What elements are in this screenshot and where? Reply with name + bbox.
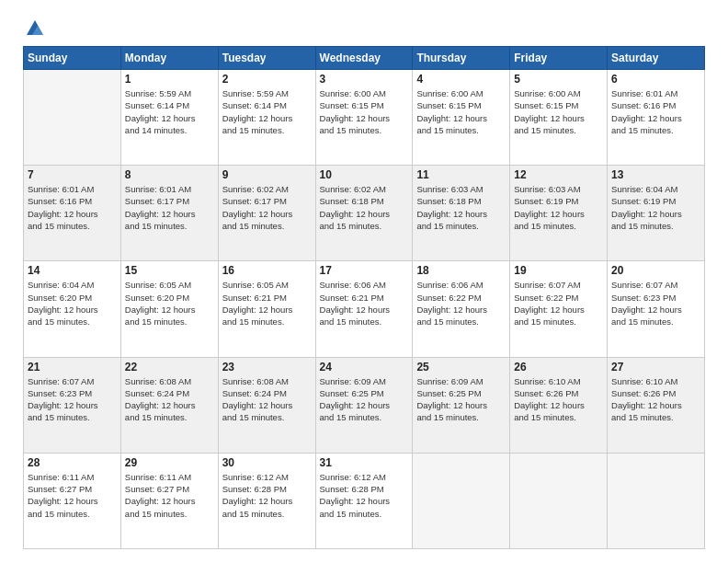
day-info: Sunrise: 6:11 AM Sunset: 6:27 PM Dayligh… xyxy=(125,471,214,520)
day-info: Sunrise: 6:07 AM Sunset: 6:23 PM Dayligh… xyxy=(28,375,117,424)
calendar-week-row: 28Sunrise: 6:11 AM Sunset: 6:27 PM Dayli… xyxy=(24,453,705,548)
day-number: 9 xyxy=(222,168,312,181)
day-number: 18 xyxy=(416,264,506,277)
day-number: 13 xyxy=(611,168,700,181)
day-info: Sunrise: 6:07 AM Sunset: 6:23 PM Dayligh… xyxy=(611,279,700,327)
calendar-cell: 27Sunrise: 6:10 AM Sunset: 6:26 PM Dayli… xyxy=(608,357,705,453)
calendar-cell: 4Sunrise: 6:00 AM Sunset: 6:15 PM Daylig… xyxy=(413,70,510,166)
day-number: 2 xyxy=(222,73,312,86)
calendar-cell: 14Sunrise: 6:04 AM Sunset: 6:20 PM Dayli… xyxy=(24,261,121,357)
calendar-cell: 6Sunrise: 6:01 AM Sunset: 6:16 PM Daylig… xyxy=(608,70,705,166)
day-info: Sunrise: 6:02 AM Sunset: 6:18 PM Dayligh… xyxy=(320,183,409,232)
day-number: 10 xyxy=(320,168,409,181)
day-info: Sunrise: 6:10 AM Sunset: 6:26 PM Dayligh… xyxy=(514,375,603,424)
day-info: Sunrise: 6:03 AM Sunset: 6:19 PM Dayligh… xyxy=(514,183,603,232)
day-info: Sunrise: 6:05 AM Sunset: 6:20 PM Dayligh… xyxy=(125,279,214,327)
calendar-cell: 26Sunrise: 6:10 AM Sunset: 6:26 PM Dayli… xyxy=(510,357,608,453)
logo-icon xyxy=(25,18,45,39)
day-info: Sunrise: 6:06 AM Sunset: 6:21 PM Dayligh… xyxy=(320,279,409,327)
day-number: 28 xyxy=(28,456,117,469)
calendar-cell xyxy=(510,453,608,548)
day-number: 16 xyxy=(222,264,312,277)
day-info: Sunrise: 6:04 AM Sunset: 6:20 PM Dayligh… xyxy=(28,279,117,327)
calendar-cell: 3Sunrise: 6:00 AM Sunset: 6:15 PM Daylig… xyxy=(315,70,413,166)
day-info: Sunrise: 5:59 AM Sunset: 6:14 PM Dayligh… xyxy=(222,87,312,136)
calendar-week-row: 14Sunrise: 6:04 AM Sunset: 6:20 PM Dayli… xyxy=(24,261,705,357)
day-info: Sunrise: 6:06 AM Sunset: 6:22 PM Dayligh… xyxy=(416,279,506,327)
day-number: 22 xyxy=(125,361,214,373)
day-info: Sunrise: 5:59 AM Sunset: 6:14 PM Dayligh… xyxy=(125,87,214,136)
logo xyxy=(23,18,45,35)
header xyxy=(23,18,705,35)
day-info: Sunrise: 6:09 AM Sunset: 6:25 PM Dayligh… xyxy=(320,375,409,424)
calendar-cell: 30Sunrise: 6:12 AM Sunset: 6:28 PM Dayli… xyxy=(218,453,315,548)
calendar-cell: 15Sunrise: 6:05 AM Sunset: 6:20 PM Dayli… xyxy=(120,261,218,357)
day-number: 1 xyxy=(125,73,214,86)
day-number: 21 xyxy=(28,361,117,373)
day-number: 17 xyxy=(320,264,409,277)
calendar-cell: 9Sunrise: 6:02 AM Sunset: 6:17 PM Daylig… xyxy=(218,166,315,261)
day-info: Sunrise: 6:07 AM Sunset: 6:22 PM Dayligh… xyxy=(514,279,603,327)
day-number: 8 xyxy=(125,168,214,181)
calendar-cell: 13Sunrise: 6:04 AM Sunset: 6:19 PM Dayli… xyxy=(608,166,705,261)
day-number: 14 xyxy=(28,264,117,277)
day-info: Sunrise: 6:12 AM Sunset: 6:28 PM Dayligh… xyxy=(320,471,409,520)
day-number: 6 xyxy=(611,73,700,86)
day-info: Sunrise: 6:05 AM Sunset: 6:21 PM Dayligh… xyxy=(222,279,312,327)
weekday-header-row: SundayMondayTuesdayWednesdayThursdayFrid… xyxy=(24,47,705,70)
calendar-cell: 2Sunrise: 5:59 AM Sunset: 6:14 PM Daylig… xyxy=(218,70,315,166)
day-info: Sunrise: 6:11 AM Sunset: 6:27 PM Dayligh… xyxy=(28,471,117,520)
calendar-cell: 20Sunrise: 6:07 AM Sunset: 6:23 PM Dayli… xyxy=(608,261,705,357)
page: SundayMondayTuesdayWednesdayThursdayFrid… xyxy=(0,0,728,563)
calendar-cell xyxy=(24,70,121,166)
day-number: 30 xyxy=(222,456,312,469)
day-number: 31 xyxy=(320,456,409,469)
day-number: 12 xyxy=(514,168,603,181)
day-info: Sunrise: 6:03 AM Sunset: 6:18 PM Dayligh… xyxy=(416,183,506,232)
calendar-cell xyxy=(608,453,705,548)
calendar-cell: 24Sunrise: 6:09 AM Sunset: 6:25 PM Dayli… xyxy=(315,357,413,453)
day-info: Sunrise: 6:02 AM Sunset: 6:17 PM Dayligh… xyxy=(222,183,312,232)
calendar-cell: 12Sunrise: 6:03 AM Sunset: 6:19 PM Dayli… xyxy=(510,166,608,261)
weekday-header-saturday: Saturday xyxy=(608,47,705,70)
weekday-header-tuesday: Tuesday xyxy=(218,47,315,70)
calendar-cell: 19Sunrise: 6:07 AM Sunset: 6:22 PM Dayli… xyxy=(510,261,608,357)
day-number: 26 xyxy=(514,361,603,373)
calendar-week-row: 1Sunrise: 5:59 AM Sunset: 6:14 PM Daylig… xyxy=(24,70,705,166)
day-info: Sunrise: 6:09 AM Sunset: 6:25 PM Dayligh… xyxy=(416,375,506,424)
calendar-cell: 23Sunrise: 6:08 AM Sunset: 6:24 PM Dayli… xyxy=(218,357,315,453)
day-info: Sunrise: 6:00 AM Sunset: 6:15 PM Dayligh… xyxy=(320,87,409,136)
day-number: 20 xyxy=(611,264,700,277)
weekday-header-thursday: Thursday xyxy=(413,47,510,70)
calendar-week-row: 7Sunrise: 6:01 AM Sunset: 6:16 PM Daylig… xyxy=(24,166,705,261)
day-number: 27 xyxy=(611,361,700,373)
day-info: Sunrise: 6:01 AM Sunset: 6:17 PM Dayligh… xyxy=(125,183,214,232)
day-info: Sunrise: 6:10 AM Sunset: 6:26 PM Dayligh… xyxy=(611,375,700,424)
calendar-cell: 25Sunrise: 6:09 AM Sunset: 6:25 PM Dayli… xyxy=(413,357,510,453)
weekday-header-friday: Friday xyxy=(510,47,608,70)
calendar-cell: 10Sunrise: 6:02 AM Sunset: 6:18 PM Dayli… xyxy=(315,166,413,261)
day-number: 15 xyxy=(125,264,214,277)
day-number: 23 xyxy=(222,361,312,373)
day-info: Sunrise: 6:00 AM Sunset: 6:15 PM Dayligh… xyxy=(514,87,603,136)
day-info: Sunrise: 6:08 AM Sunset: 6:24 PM Dayligh… xyxy=(222,375,312,424)
calendar-table: SundayMondayTuesdayWednesdayThursdayFrid… xyxy=(23,46,705,549)
calendar-cell: 18Sunrise: 6:06 AM Sunset: 6:22 PM Dayli… xyxy=(413,261,510,357)
day-number: 29 xyxy=(125,456,214,469)
weekday-header-sunday: Sunday xyxy=(24,47,121,70)
day-number: 4 xyxy=(416,73,506,86)
calendar-cell: 22Sunrise: 6:08 AM Sunset: 6:24 PM Dayli… xyxy=(120,357,218,453)
calendar-cell: 7Sunrise: 6:01 AM Sunset: 6:16 PM Daylig… xyxy=(24,166,121,261)
calendar-cell: 31Sunrise: 6:12 AM Sunset: 6:28 PM Dayli… xyxy=(315,453,413,548)
calendar-cell: 21Sunrise: 6:07 AM Sunset: 6:23 PM Dayli… xyxy=(24,357,121,453)
day-number: 7 xyxy=(28,168,117,181)
weekday-header-monday: Monday xyxy=(120,47,218,70)
day-info: Sunrise: 6:12 AM Sunset: 6:28 PM Dayligh… xyxy=(222,471,312,520)
day-number: 24 xyxy=(320,361,409,373)
day-info: Sunrise: 6:01 AM Sunset: 6:16 PM Dayligh… xyxy=(611,87,700,136)
day-info: Sunrise: 6:04 AM Sunset: 6:19 PM Dayligh… xyxy=(611,183,700,232)
calendar-cell: 16Sunrise: 6:05 AM Sunset: 6:21 PM Dayli… xyxy=(218,261,315,357)
day-number: 5 xyxy=(514,73,603,86)
calendar-week-row: 21Sunrise: 6:07 AM Sunset: 6:23 PM Dayli… xyxy=(24,357,705,453)
day-number: 25 xyxy=(416,361,506,373)
